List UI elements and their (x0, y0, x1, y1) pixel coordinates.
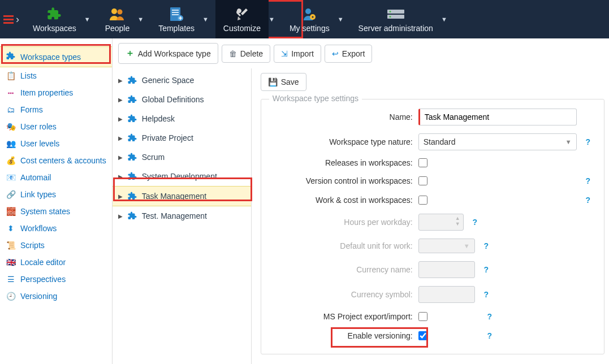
versioning-checkbox[interactable] (418, 331, 427, 340)
label-releases: Releases in workspaces: (271, 158, 413, 167)
chevron-down-icon[interactable]: ▼ (269, 16, 275, 23)
currsym-input (418, 286, 475, 303)
delete-button[interactable]: 🗑Delete (222, 45, 270, 63)
help-icon[interactable]: ? (484, 311, 495, 322)
detail-panel: 💾Save Workspace type settings Name: Work… (252, 68, 609, 364)
msproj-checkbox[interactable] (418, 312, 427, 321)
svg-point-12 (389, 11, 391, 12)
type-item[interactable]: ▶Test. Management (113, 206, 251, 226)
type-label: Scrum (142, 153, 165, 162)
svg-point-0 (111, 8, 117, 14)
chevron-down-icon[interactable]: ▼ (441, 16, 447, 23)
nav-workspaces[interactable]: Workspaces (25, 0, 84, 38)
type-label: Global Definitions (142, 95, 204, 104)
left-sidebar: Workspace types 📋Lists ▪▪▪Item propertie… (0, 38, 113, 364)
type-item[interactable]: ▶System Development (113, 167, 251, 186)
sidebar-item-scripts[interactable]: 📜Scripts (0, 237, 112, 254)
releases-checkbox[interactable] (418, 158, 427, 167)
help-icon[interactable]: ? (481, 289, 492, 300)
type-item[interactable]: ▶Private Project (113, 128, 251, 148)
label-versioning: Enable versioning: (271, 331, 413, 340)
help-icon[interactable]: ? (469, 216, 481, 228)
money-icon: 💰 (6, 156, 16, 165)
sidebar-item-link-types[interactable]: 🔗Link types (0, 186, 112, 203)
sidebar-item-user-levels[interactable]: 👥User levels (0, 135, 112, 152)
button-label: Export (342, 49, 365, 58)
sidebar-item-item-properties[interactable]: ▪▪▪Item properties (0, 84, 112, 101)
sidebar-label: User roles (20, 122, 57, 131)
caret-right-icon: ▶ (118, 77, 123, 84)
sidebar-label: Cost centers & accounts (20, 156, 106, 165)
flag-icon: 🇬🇧 (6, 258, 16, 267)
sidebar-item-locale[interactable]: 🇬🇧Locale editor (0, 254, 112, 271)
sidebar-item-perspectives[interactable]: ☰Perspectives (0, 271, 112, 288)
type-label: Task Management (142, 192, 206, 201)
chevron-down-icon[interactable]: ▼ (202, 16, 209, 23)
type-item[interactable]: ▶Helpdesk (113, 109, 251, 128)
svg-rect-4 (172, 12, 179, 13)
nav-people[interactable]: People (97, 0, 138, 38)
top-navigation: › Workspaces ▼ People ▼ Templates ▼ Cust… (0, 0, 609, 38)
help-icon[interactable]: ? (582, 194, 594, 206)
sidebar-item-workflows[interactable]: ⬍Workflows (0, 220, 112, 237)
nav-mysettings[interactable]: My settings (282, 0, 338, 38)
caret-right-icon: ▶ (118, 174, 123, 180)
menu-icon[interactable] (3, 15, 14, 24)
type-item[interactable]: ▶Task Management (113, 186, 251, 206)
type-item[interactable]: ▶Scrum (113, 148, 251, 167)
puzzle-icon (127, 152, 137, 162)
import-button[interactable]: ⇲Import (274, 45, 321, 63)
fieldset-legend: Workspace type settings (269, 94, 362, 103)
sidebar-item-user-roles[interactable]: 🎭User roles (0, 118, 112, 135)
sidebar-label: Versioning (20, 292, 57, 301)
sidebar-item-workspace-types[interactable]: Workspace types (0, 46, 112, 67)
trash-icon: 🗑 (229, 49, 237, 58)
unit-select: ▼ (418, 239, 475, 253)
script-icon: 📜 (6, 241, 16, 250)
label-name: Name: (271, 112, 413, 122)
chevron-down-icon[interactable]: ▼ (338, 16, 344, 23)
plus-icon: ＋ (126, 47, 135, 59)
add-workspace-type-button[interactable]: ＋Add Workspace type (118, 43, 218, 64)
help-icon[interactable]: ? (582, 175, 594, 187)
caret-right-icon: ▶ (118, 97, 123, 103)
import-icon: ⇲ (281, 49, 288, 58)
sidebar-label: Locale editor (20, 258, 66, 267)
name-input[interactable] (418, 109, 577, 125)
sidebar-item-automail[interactable]: 📧Automail (0, 169, 112, 186)
export-button[interactable]: ↩Export (325, 45, 372, 63)
vcs-checkbox[interactable] (418, 176, 427, 185)
help-icon[interactable]: ? (484, 330, 495, 341)
button-label: Save (281, 77, 299, 86)
sidebar-item-forms[interactable]: 🗂Forms (0, 101, 112, 118)
help-icon[interactable]: ? (582, 136, 594, 148)
sidebar-item-versioning[interactable]: 🕘Versioning (0, 288, 112, 305)
type-label: Test. Management (142, 211, 207, 220)
chevron-right-icon[interactable]: › (16, 14, 19, 25)
chevron-down-icon[interactable]: ▼ (137, 16, 144, 23)
sidebar-item-lists[interactable]: 📋Lists (0, 67, 112, 84)
puzzle-icon (127, 114, 137, 124)
help-icon[interactable]: ? (481, 240, 492, 252)
nature-select[interactable]: Standard▼ (418, 133, 577, 150)
chevron-down-icon[interactable]: ▼ (84, 16, 90, 23)
sidebar-label: Perspectives (20, 275, 66, 284)
nav-serveradmin[interactable]: Server administration (351, 0, 441, 38)
help-icon[interactable]: ? (481, 264, 492, 275)
sidebar-item-cost-centers[interactable]: 💰Cost centers & accounts (0, 152, 112, 169)
sidebar-item-system-states[interactable]: 🧱System states (0, 203, 112, 220)
type-item[interactable]: ▶Generic Space (113, 71, 251, 90)
caret-right-icon: ▶ (118, 135, 123, 141)
nav-customize[interactable]: Customize (215, 0, 269, 38)
puzzle-icon (127, 171, 137, 181)
type-item[interactable]: ▶Global Definitions (113, 90, 251, 109)
type-label: Helpdesk (142, 114, 175, 123)
chevron-down-icon: ▼ (565, 138, 572, 145)
svg-point-7 (305, 8, 311, 14)
save-button[interactable]: 💾Save (261, 73, 306, 91)
properties-icon: ▪▪▪ (6, 90, 16, 96)
sidebar-label: Lists (20, 71, 37, 80)
nav-templates[interactable]: Templates (150, 0, 202, 38)
workcost-checkbox[interactable] (418, 196, 427, 205)
menu-icon: ☰ (6, 275, 16, 284)
